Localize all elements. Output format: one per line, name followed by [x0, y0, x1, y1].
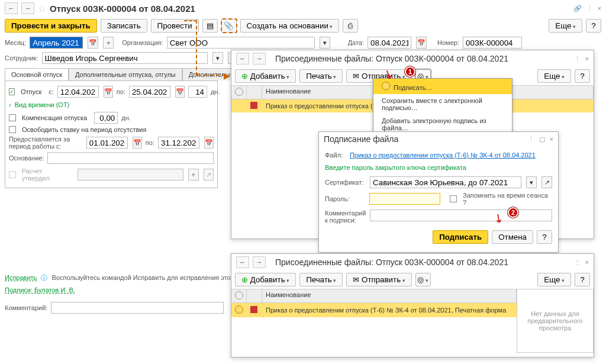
print-icon-button[interactable]: ⎙ [343, 19, 358, 33]
save-button[interactable]: Записать [101, 19, 147, 33]
emp-input[interactable] [42, 52, 208, 64]
tab-body: Отпуск с: 📅 по: 📅 дн. › Вид времени (ОТ)… [5, 80, 218, 188]
cancel-button[interactable]: Отмена [492, 230, 533, 244]
org-pick-icon[interactable]: ▾ [320, 37, 330, 49]
pfrom-cal-icon[interactable]: 📅 [133, 137, 142, 149]
fix-hint: Воспользуйтесь командой Исправить для ис… [51, 274, 246, 281]
more-button[interactable]: Еще [549, 19, 582, 33]
dd-save-with-sig[interactable]: Сохранить вместе с электронной подписью… [373, 94, 512, 114]
fav-star-icon[interactable]: ☆ [38, 3, 46, 14]
month-step-icon[interactable]: ÷ [103, 37, 114, 49]
date-to-input[interactable] [129, 86, 170, 98]
close-icon[interactable]: × [598, 5, 601, 12]
af2-help-button[interactable]: ? [575, 273, 590, 286]
af2-more-button[interactable]: Еще [537, 273, 571, 286]
comp-checkbox[interactable] [9, 114, 16, 121]
af-col-icon1 [231, 86, 247, 99]
calc-approved-label: Расчет утвердил [22, 167, 70, 182]
org-label: Организация: [122, 39, 163, 46]
attach-icon-button[interactable]: 📎 [221, 19, 237, 33]
cert-open-icon[interactable]: ↗ [541, 176, 552, 188]
menu-dots-icon[interactable]: ⋮ [586, 5, 593, 12]
remember-checkbox[interactable] [450, 195, 457, 202]
doc-icon-button[interactable]: ▤ [202, 19, 218, 33]
date-from-input[interactable] [57, 86, 99, 98]
af2-send-button[interactable]: ✉ Отправить [346, 273, 411, 286]
post-close-button[interactable]: Провести и закрыть [5, 19, 97, 33]
sign-prompt: Введите пароль закрытого ключа сертифика… [325, 160, 552, 175]
period-from-input[interactable] [86, 137, 128, 149]
fix-link[interactable]: Исправить [5, 274, 37, 281]
org-input[interactable] [167, 37, 315, 49]
date-label: Дата: [348, 39, 364, 46]
sign-close-icon[interactable]: × [550, 136, 553, 143]
pto-cal-icon[interactable]: 📅 [204, 137, 214, 149]
to-label: по: [117, 88, 125, 95]
af2-sign-dropdown-button[interactable]: ◎ [415, 273, 431, 286]
vacation-checkbox[interactable] [9, 88, 15, 95]
emp-label: Сотрудник: [5, 54, 38, 62]
link-icon[interactable]: 🔗 [573, 5, 582, 12]
nav-back[interactable]: ← [5, 2, 18, 14]
days-input[interactable] [188, 86, 207, 98]
af2-menu-icon[interactable]: ⋮ [574, 259, 581, 266]
af-menu-icon[interactable]: ⋮ [574, 55, 581, 63]
expand-icon[interactable]: › [9, 101, 11, 108]
month-cal-icon[interactable]: 📅 [88, 37, 98, 49]
af-add-button[interactable]: ⊕ Добавить [235, 69, 296, 83]
af-more-button[interactable]: Еще [537, 69, 571, 83]
af2-row-1-name: Приказ о предоставлении отпуска (Т-6) № … [262, 304, 510, 316]
pwd-input[interactable] [369, 193, 440, 205]
nav-fwd[interactable]: → [21, 2, 34, 14]
sign-file-link[interactable]: Приказ о предоставлении отпуска (Т-6) № … [350, 152, 536, 159]
free-rate-checkbox[interactable] [9, 126, 16, 133]
help-button[interactable]: ? [586, 19, 601, 33]
time-kind-link[interactable]: Вид времени (ОТ) [15, 101, 70, 108]
sign-max-icon[interactable]: ▢ [539, 136, 545, 143]
af2-nav-fwd[interactable]: → [253, 256, 266, 268]
cmt-input[interactable] [370, 210, 552, 221]
num-input[interactable] [463, 37, 522, 49]
af2-row-1[interactable]: Приказ о предоставлении отпуска (Т-6) № … [231, 303, 517, 317]
vacation-label: Отпуск [21, 88, 41, 95]
af-close-icon[interactable]: × [585, 55, 589, 62]
calc-approved-input [78, 169, 183, 181]
af-nav-back[interactable]: ← [236, 53, 249, 65]
month-input[interactable] [30, 37, 83, 49]
from-label: с: [49, 88, 54, 95]
sign-menu-icon[interactable]: ⋮ [528, 136, 534, 143]
af-nav-fwd[interactable]: → [253, 53, 266, 65]
sign-help-button[interactable]: ? [537, 230, 552, 244]
from-cal-icon[interactable]: 📅 [104, 86, 113, 98]
comment-input[interactable] [51, 302, 224, 314]
emp-pick-icon[interactable]: ▾ [212, 52, 223, 64]
dd-sign[interactable]: Подписать… [373, 79, 512, 94]
sign-file-label: Файл: [325, 152, 343, 159]
to-cal-icon[interactable]: 📅 [175, 86, 185, 98]
af-print-button[interactable]: Печать [299, 69, 343, 83]
af2-close-icon[interactable]: × [585, 259, 589, 266]
date-cal-icon[interactable]: 📅 [416, 37, 427, 49]
period-to-input[interactable] [158, 137, 199, 149]
post-button[interactable]: Провести [151, 19, 199, 33]
calc-approved-checkbox [9, 171, 16, 178]
signatures-link[interactable]: Подписи: Булатов И. В. [5, 286, 75, 294]
date-input[interactable] [368, 37, 411, 49]
tab-main-vacation[interactable]: Основной отпуск [5, 68, 69, 80]
af2-nav-back[interactable]: ← [236, 256, 249, 268]
tab-extra-vacation[interactable]: Дополнительные отпуска, отгулы [69, 68, 182, 80]
sign-button[interactable]: Подписать [433, 230, 488, 244]
af-help-button[interactable]: ? [575, 69, 590, 83]
create-based-button[interactable]: Создать на основании [240, 19, 340, 33]
cert-label: Сертификат: [325, 179, 366, 186]
cert-input[interactable] [370, 176, 521, 188]
calc-pick-icon: ▾ [188, 169, 198, 181]
af2-col-name: Наименование [262, 289, 517, 302]
basis-input[interactable] [47, 152, 214, 164]
af2-print-button[interactable]: Печать [299, 273, 343, 286]
cert-pick-icon[interactable]: ▾ [526, 176, 537, 188]
comment-label: Комментарий: [5, 304, 47, 311]
af2-add-button[interactable]: ⊕ Добавить [235, 273, 296, 286]
page-title: Отпуск 00ЗК-000004 от 08.04.2021 [50, 4, 195, 14]
comp-days-input[interactable] [94, 112, 118, 124]
